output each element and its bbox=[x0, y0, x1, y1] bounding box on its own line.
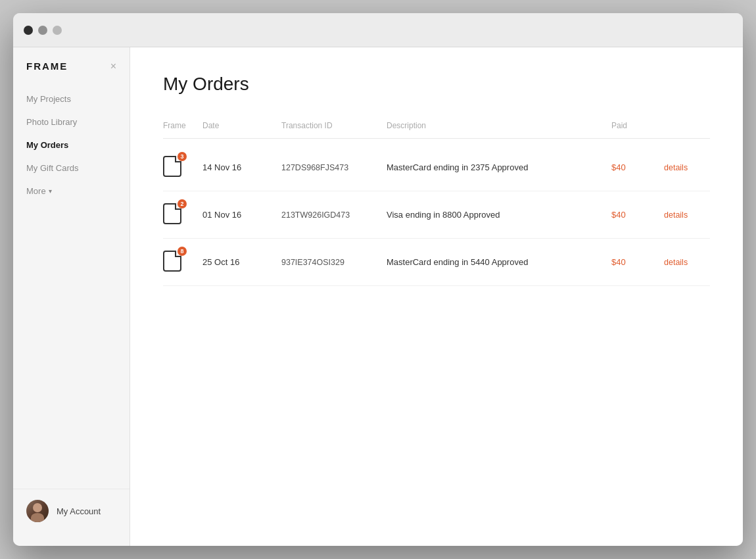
main-content: My Orders Frame Date Transaction ID Desc… bbox=[130, 47, 743, 546]
date-cell-3: 25 Oct 16 bbox=[202, 257, 281, 267]
frame-cell-1: 3 bbox=[163, 156, 202, 179]
description-cell-3: MasterCard ending in 5440 Approved bbox=[387, 257, 611, 267]
table-row: 2 01 Nov 16 213TW926IGD473 Visa ending i… bbox=[163, 191, 710, 239]
sidebar-item-my-gift-cards[interactable]: My Gift Cards bbox=[13, 157, 130, 180]
header-paid: Paid bbox=[611, 121, 664, 130]
details-link-3[interactable]: details bbox=[664, 258, 688, 267]
date-cell-1: 14 Nov 16 bbox=[202, 162, 281, 172]
transaction-cell-1: 127DS968FJS473 bbox=[281, 163, 387, 172]
account-label: My Account bbox=[57, 506, 101, 516]
frame-cell-3: 8 bbox=[163, 251, 202, 274]
details-cell-1: details bbox=[664, 162, 710, 172]
sidebar-close-icon[interactable]: × bbox=[110, 61, 116, 72]
chevron-down-icon: ▾ bbox=[49, 187, 52, 195]
date-cell-2: 01 Nov 16 bbox=[202, 210, 281, 220]
frame-badge-1: 3 bbox=[177, 152, 187, 161]
paid-cell-2: $40 bbox=[611, 210, 664, 220]
app-window: FRAME × My Projects Photo Library My Ord… bbox=[13, 13, 743, 546]
description-cell-1: MasterCard ending in 2375 Approved bbox=[387, 162, 611, 172]
app-logo: FRAME bbox=[26, 61, 68, 72]
sidebar-item-photo-library[interactable]: Photo Library bbox=[13, 110, 130, 134]
paid-cell-1: $40 bbox=[611, 162, 664, 172]
details-cell-2: details bbox=[664, 210, 710, 220]
details-cell-3: details bbox=[664, 257, 710, 267]
header-actions bbox=[664, 121, 710, 130]
orders-table: Frame Date Transaction ID Description Pa… bbox=[163, 121, 710, 286]
close-button[interactable] bbox=[24, 26, 33, 35]
frame-icon-wrapper-2: 2 bbox=[163, 203, 181, 224]
table-row: 8 25 Oct 16 937IE374OSI329 MasterCard en… bbox=[163, 239, 710, 286]
header-description: Description bbox=[387, 121, 611, 130]
details-link-1[interactable]: details bbox=[664, 163, 688, 172]
header-frame: Frame bbox=[163, 121, 202, 130]
sidebar-more[interactable]: More ▾ bbox=[13, 180, 130, 203]
app-body: FRAME × My Projects Photo Library My Ord… bbox=[13, 47, 743, 546]
sidebar-header: FRAME × bbox=[13, 61, 130, 87]
titlebar bbox=[13, 13, 743, 47]
sidebar-item-my-orders[interactable]: My Orders bbox=[13, 134, 130, 157]
header-date: Date bbox=[202, 121, 281, 130]
sidebar-item-my-projects[interactable]: My Projects bbox=[13, 87, 130, 110]
sidebar: FRAME × My Projects Photo Library My Ord… bbox=[13, 47, 130, 546]
traffic-lights bbox=[24, 26, 62, 35]
table-header: Frame Date Transaction ID Description Pa… bbox=[163, 121, 710, 139]
frame-icon-wrapper-3: 8 bbox=[163, 251, 181, 272]
minimize-button[interactable] bbox=[38, 26, 47, 35]
header-transaction-id: Transaction ID bbox=[281, 121, 387, 130]
page-title: My Orders bbox=[163, 74, 710, 95]
frame-icon-wrapper-1: 3 bbox=[163, 156, 181, 177]
frame-cell-2: 2 bbox=[163, 203, 202, 226]
details-link-2[interactable]: details bbox=[664, 210, 688, 220]
description-cell-2: Visa ending in 8800 Approved bbox=[387, 210, 611, 220]
maximize-button[interactable] bbox=[53, 26, 62, 35]
paid-cell-3: $40 bbox=[611, 257, 664, 267]
avatar bbox=[26, 500, 49, 522]
frame-badge-2: 2 bbox=[177, 199, 187, 208]
transaction-cell-2: 213TW926IGD473 bbox=[281, 210, 387, 220]
table-row: 3 14 Nov 16 127DS968FJS473 MasterCard en… bbox=[163, 144, 710, 191]
sidebar-footer-account[interactable]: My Account bbox=[13, 489, 130, 533]
sidebar-nav: My Projects Photo Library My Orders My G… bbox=[13, 87, 130, 489]
transaction-cell-3: 937IE374OSI329 bbox=[281, 258, 387, 267]
frame-badge-3: 8 bbox=[177, 247, 187, 256]
